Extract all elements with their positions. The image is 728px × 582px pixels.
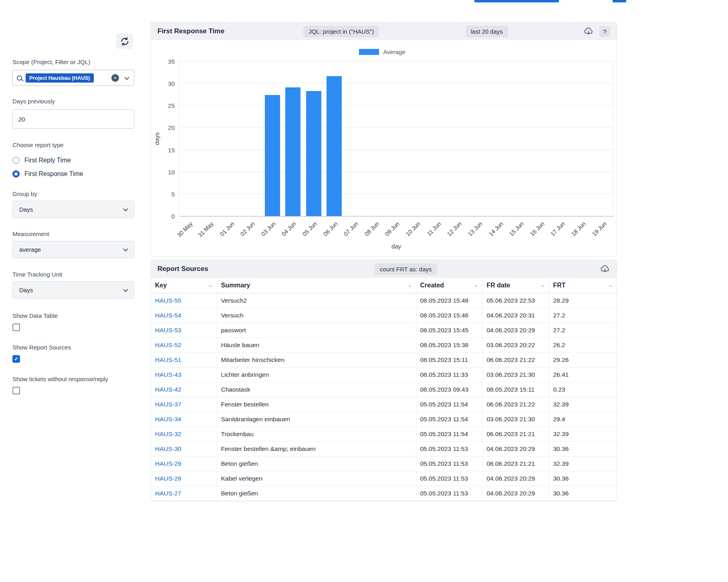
radio-icon xyxy=(12,157,20,164)
sort-asc-icon[interactable]: ▲ xyxy=(609,283,613,288)
column-header-summary[interactable]: Summary▲ xyxy=(217,278,416,293)
cell-fr-date: 08.05.2023 15:11 xyxy=(482,382,549,397)
scope-project-tag[interactable]: Project Hausbau (HAUS) xyxy=(26,73,94,83)
cell-created: 05.05.2023 11:53 xyxy=(416,441,482,456)
x-tick-label: 06 Jun xyxy=(322,220,339,237)
cell-key: HAUS-54 xyxy=(151,308,217,323)
issue-key-link[interactable]: HAUS-37 xyxy=(155,401,181,408)
cell-summary: Häusle bauen xyxy=(217,337,416,352)
cell-summary: Versuch xyxy=(217,308,416,323)
issue-key-link[interactable]: HAUS-51 xyxy=(155,356,181,363)
measurement-select[interactable]: average xyxy=(12,241,134,258)
cell-key: HAUS-28 xyxy=(151,471,217,486)
legend-label: Average xyxy=(383,48,405,55)
cut-off-primary-button[interactable] xyxy=(474,0,559,2)
days-previously-input[interactable] xyxy=(12,109,134,129)
cell-key: HAUS-37 xyxy=(151,397,217,412)
table-row: HAUS-34Sanitäranlagen einbauen05.05.2023… xyxy=(151,412,617,426)
issue-key-link[interactable]: HAUS-52 xyxy=(155,342,181,348)
x-tick-label: 08 Jun xyxy=(363,220,380,237)
jql-badge: JQL: project in ("HAUS") xyxy=(303,26,379,37)
x-tick-label: 30 May xyxy=(176,220,194,238)
count-frt-badge: count FRT as: days xyxy=(375,263,437,275)
sort-asc-icon[interactable]: ▲ xyxy=(541,283,545,288)
column-header-frt[interactable]: FRT▲ xyxy=(549,278,617,293)
radio-first-reply-time[interactable]: First Reply Time xyxy=(12,155,134,166)
radio-first-response-time[interactable]: First Response Time xyxy=(12,169,134,179)
sort-asc-icon[interactable]: ▲ xyxy=(209,283,213,288)
cell-fr-date: 06.06.2023 21:22 xyxy=(482,397,549,412)
cell-created: 08.05.2023 09:43 xyxy=(416,382,482,397)
bar-06-jun xyxy=(327,76,342,216)
cut-off-secondary-button[interactable] xyxy=(613,0,626,2)
select-value: average xyxy=(19,246,41,253)
sort-asc-icon[interactable]: ▲ xyxy=(474,283,478,288)
cb-data-table[interactable] xyxy=(12,323,20,331)
report-sources-body: HAUS-55Versuch208.05.2023 15:4805.06.202… xyxy=(151,293,617,501)
cell-key: HAUS-32 xyxy=(151,426,217,441)
time-tracking-unit-select[interactable]: Days xyxy=(12,281,134,299)
column-header-created[interactable]: Created▲ xyxy=(416,278,482,293)
help-button[interactable]: ? xyxy=(599,26,610,37)
chart-panel-header: First Response Time JQL: project in ("HA… xyxy=(151,22,617,40)
x-tick-label: 02 Jun xyxy=(239,220,256,237)
cell-summary: Beton gießen xyxy=(217,486,416,501)
x-tick-label: 01 Jun xyxy=(218,220,235,237)
cell-frt: 0.23 xyxy=(549,382,617,397)
column-header-key[interactable]: Key▲ xyxy=(151,278,217,293)
select-value: Days xyxy=(19,287,33,293)
cell-created: 08.05.2023 11:33 xyxy=(416,367,482,382)
cell-key: HAUS-51 xyxy=(151,352,217,367)
cell-fr-date: 04.06.2023 20:29 xyxy=(482,486,549,501)
table-row: HAUS-55Versuch208.05.2023 15:4805.06.202… xyxy=(151,293,617,308)
table-row: HAUS-51Mitarbeiter hinschicken08.05.2023… xyxy=(151,352,617,367)
cell-summary: Sanitäranlagen einbauen xyxy=(217,412,416,426)
y-tick-label: 15 xyxy=(168,146,175,153)
select-value: Days xyxy=(19,206,33,213)
cell-frt: 28.29 xyxy=(549,293,617,308)
scope-input[interactable]: Project Hausbau (HAUS) ✕ xyxy=(12,70,134,86)
cell-frt: 30.36 xyxy=(549,441,617,456)
issue-key-link[interactable]: HAUS-29 xyxy=(155,460,181,467)
issue-key-link[interactable]: HAUS-32 xyxy=(155,430,181,437)
column-header-fr-date[interactable]: FR date▲ xyxy=(482,278,549,293)
cell-key: HAUS-52 xyxy=(151,337,217,352)
issue-key-link[interactable]: HAUS-42 xyxy=(155,386,181,393)
panel-title: First Response Time xyxy=(157,27,224,35)
chart-legend: Average xyxy=(151,47,613,56)
issue-key-link[interactable]: HAUS-30 xyxy=(155,445,181,452)
issue-key-link[interactable]: HAUS-27 xyxy=(155,490,181,497)
chevron-down-icon xyxy=(123,287,128,292)
cell-frt: 29.26 xyxy=(549,352,617,367)
issue-key-link[interactable]: HAUS-54 xyxy=(155,312,181,319)
x-tick-label: 09 Jun xyxy=(384,220,401,237)
cb-report-sources[interactable] xyxy=(12,355,20,363)
cell-summary: Fenster bestellen xyxy=(217,397,416,412)
clear-scope-icon[interactable]: ✕ xyxy=(111,74,119,82)
table-header-row: Key▲Summary▲Created▲FR date▲FRT▲ xyxy=(151,278,617,293)
issue-key-link[interactable]: HAUS-53 xyxy=(155,327,181,333)
cell-summary: Chaostask xyxy=(217,382,416,397)
issue-key-link[interactable]: HAUS-28 xyxy=(155,475,181,482)
x-tick-label: 19 Jun xyxy=(591,220,607,237)
table-row: HAUS-30Fenster bestellen &amp; einbauen0… xyxy=(151,441,617,456)
cell-created: 05.05.2023 11:53 xyxy=(416,456,482,471)
group-by-select[interactable]: Days xyxy=(12,201,134,218)
table-row: HAUS-27Beton gießen05.05.2023 11:5304.06… xyxy=(151,486,617,501)
download-chart-button[interactable] xyxy=(583,26,594,37)
refresh-button[interactable] xyxy=(116,34,133,49)
issue-key-link[interactable]: HAUS-34 xyxy=(155,416,181,422)
chevron-down-icon[interactable] xyxy=(124,75,129,80)
group-by-label: Group by xyxy=(12,190,134,198)
x-tick-label: 07 Jun xyxy=(343,220,359,237)
cb-tickets[interactable] xyxy=(12,387,20,394)
cell-summary: Lichter anbringen xyxy=(217,367,416,382)
plot-area: 05101520253035 xyxy=(179,61,613,216)
chevron-down-icon xyxy=(123,247,128,252)
issue-key-link[interactable]: HAUS-55 xyxy=(155,297,181,304)
cell-created: 05.05.2023 11:53 xyxy=(416,471,482,486)
y-tick-label: 5 xyxy=(171,190,175,197)
sort-asc-icon[interactable]: ▲ xyxy=(408,283,412,288)
download-table-button[interactable] xyxy=(599,264,610,275)
issue-key-link[interactable]: HAUS-43 xyxy=(155,371,181,378)
